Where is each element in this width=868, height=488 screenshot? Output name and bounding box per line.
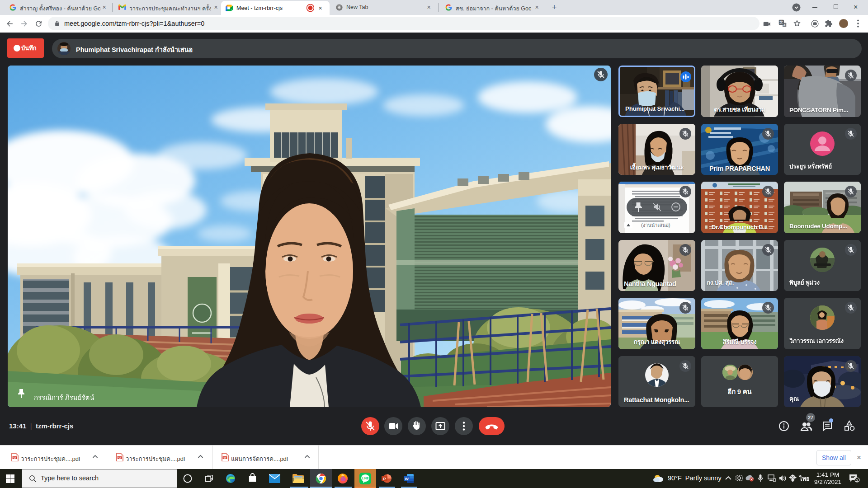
svg-text:กรรณิการ์ ภิรมย์รัตน์: กรรณิการ์ ภิรมย์รัตน์ <box>34 394 94 401</box>
svg-text:PDF: PDF <box>13 457 17 459</box>
svg-text:PDF: PDF <box>118 457 122 459</box>
svg-text:P: P <box>383 477 386 481</box>
svg-text:LINE: LINE <box>362 477 369 480</box>
svg-text:PDF: PDF <box>223 457 227 459</box>
svg-text:A: A <box>783 23 786 27</box>
svg-text:(งานนำเสนอ): (งานนำเสนอ) <box>641 222 670 228</box>
svg-text:W: W <box>405 477 409 481</box>
svg-text:2: 2 <box>856 478 858 483</box>
